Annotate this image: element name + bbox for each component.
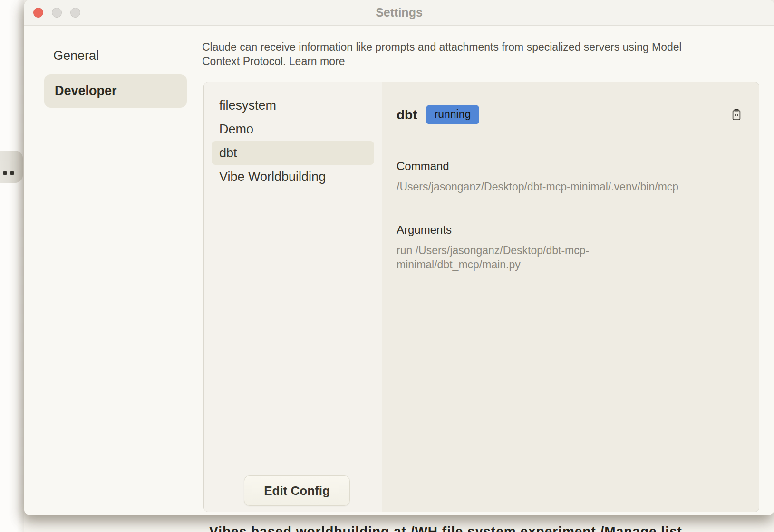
- dot-icon: [10, 171, 14, 175]
- server-list-item-dbt[interactable]: dbt: [212, 141, 374, 165]
- sidebar-item-general[interactable]: General: [53, 48, 99, 63]
- trash-icon: [731, 115, 742, 122]
- delete-server-button[interactable]: [731, 109, 742, 121]
- window-title: Settings: [24, 6, 774, 19]
- server-list: filesystem Demo dbt Vibe Worldbuilding E…: [204, 82, 382, 512]
- server-list-item-filesystem[interactable]: filesystem: [212, 94, 374, 117]
- sidebar-item-developer[interactable]: Developer: [44, 74, 187, 108]
- server-detail-header: dbt running: [397, 105, 742, 124]
- command-value: /Users/jasonganz/Desktop/dbt-mcp-minimal…: [397, 180, 742, 194]
- edit-config-button[interactable]: Edit Config: [244, 475, 350, 506]
- learn-more-link[interactable]: Learn more: [289, 55, 345, 67]
- arguments-value: run /Users/jasonganz/Desktop/dbt-mcp-min…: [397, 243, 626, 272]
- command-label: Command: [397, 160, 742, 173]
- arguments-label: Arguments: [397, 223, 742, 237]
- server-name: dbt: [397, 107, 417, 123]
- description-text: Claude can receive information like prom…: [202, 41, 682, 67]
- server-list-item-demo[interactable]: Demo: [212, 117, 374, 141]
- mcp-servers-panel: filesystem Demo dbt Vibe Worldbuilding E…: [203, 82, 759, 512]
- dot-icon: [3, 171, 7, 175]
- background-drag-tab[interactable]: [0, 151, 23, 183]
- screen: Vibes based worldbuilding at /WH file sy…: [0, 0, 774, 532]
- background-app-strip: [0, 0, 24, 532]
- server-detail: dbt running: [382, 82, 759, 512]
- server-list-item-vibe-worldbuilding[interactable]: Vibe Worldbuilding: [212, 165, 374, 189]
- background-clipped-text: Vibes based worldbuilding at /WH file sy…: [209, 524, 756, 532]
- mcp-description: Claude can receive information like prom…: [202, 40, 704, 68]
- settings-window: Settings General Developer Claude can re…: [24, 0, 774, 515]
- titlebar[interactable]: Settings: [24, 0, 774, 26]
- status-badge: running: [426, 105, 480, 124]
